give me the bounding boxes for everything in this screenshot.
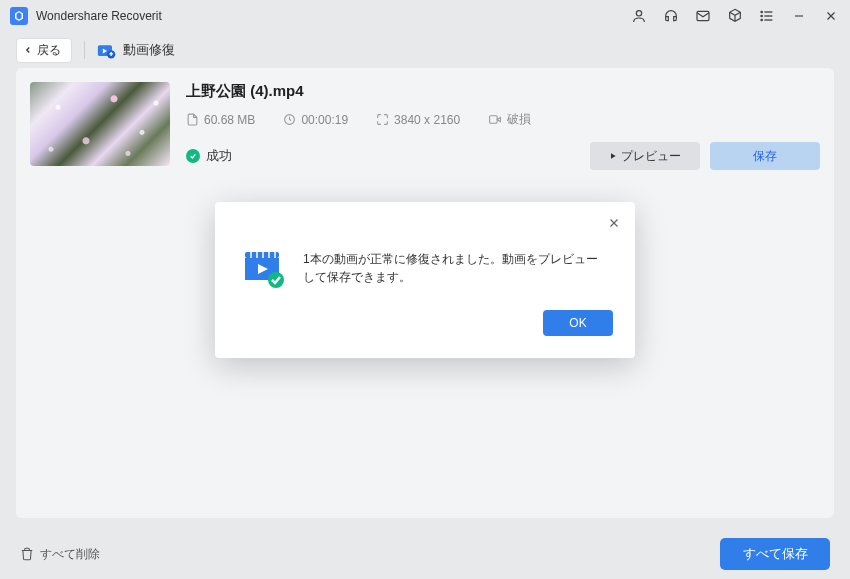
chevron-left-icon	[23, 45, 33, 55]
save-all-button[interactable]: すべて保存	[720, 538, 830, 570]
back-button[interactable]: 戻る	[16, 38, 72, 63]
file-card: 上野公園 (4).mp4 60.68 MB 00:00:19 3840 x 21…	[30, 82, 820, 170]
footer: すべて削除 すべて保存	[0, 529, 850, 579]
modal-close-button[interactable]	[607, 216, 621, 230]
close-icon	[607, 216, 621, 230]
file-condition: 破損	[488, 111, 531, 128]
app-logo-icon	[10, 7, 28, 25]
back-label: 戻る	[37, 42, 61, 59]
minimize-icon[interactable]	[790, 7, 808, 25]
modal-success-icon	[243, 250, 287, 286]
svg-point-7	[761, 19, 762, 20]
svg-rect-17	[245, 252, 279, 258]
success-modal: 1本の動画が正常に修復されました。動画をプレビューして保存できます。 OK	[215, 202, 635, 358]
modal-ok-button[interactable]: OK	[543, 310, 613, 336]
modal-message: 1本の動画が正常に修復されました。動画をプレビューして保存できます。	[303, 250, 607, 286]
file-resolution: 3840 x 2160	[376, 113, 460, 127]
user-icon[interactable]	[630, 7, 648, 25]
delete-all-button[interactable]: すべて削除	[20, 546, 100, 563]
video-icon	[488, 113, 502, 126]
mail-icon[interactable]	[694, 7, 712, 25]
trash-icon	[20, 547, 34, 561]
close-icon[interactable]	[822, 7, 840, 25]
play-icon	[609, 152, 617, 160]
file-icon	[186, 113, 199, 126]
toolbar: 戻る 動画修復	[0, 32, 850, 68]
divider	[84, 41, 85, 59]
status-success: 成功	[186, 147, 232, 165]
video-thumbnail[interactable]	[30, 82, 170, 166]
maximize-icon	[376, 113, 389, 126]
feature-text: 動画修復	[123, 41, 175, 59]
list-icon[interactable]	[758, 7, 776, 25]
cube-icon[interactable]	[726, 7, 744, 25]
file-size: 60.68 MB	[186, 113, 255, 127]
app-title: Wondershare Recoverit	[36, 9, 630, 23]
svg-point-0	[636, 11, 641, 16]
clock-icon	[283, 113, 296, 126]
preview-button[interactable]: プレビュー	[590, 142, 700, 170]
video-repair-icon	[97, 42, 117, 58]
titlebar: Wondershare Recoverit	[0, 0, 850, 32]
check-circle-icon	[186, 149, 200, 163]
headset-icon[interactable]	[662, 7, 680, 25]
file-name: 上野公園 (4).mp4	[186, 82, 820, 101]
svg-rect-14	[490, 116, 498, 124]
file-duration: 00:00:19	[283, 113, 348, 127]
svg-point-5	[761, 11, 762, 12]
save-button[interactable]: 保存	[710, 142, 820, 170]
feature-label: 動画修復	[97, 41, 175, 59]
svg-point-6	[761, 15, 762, 16]
